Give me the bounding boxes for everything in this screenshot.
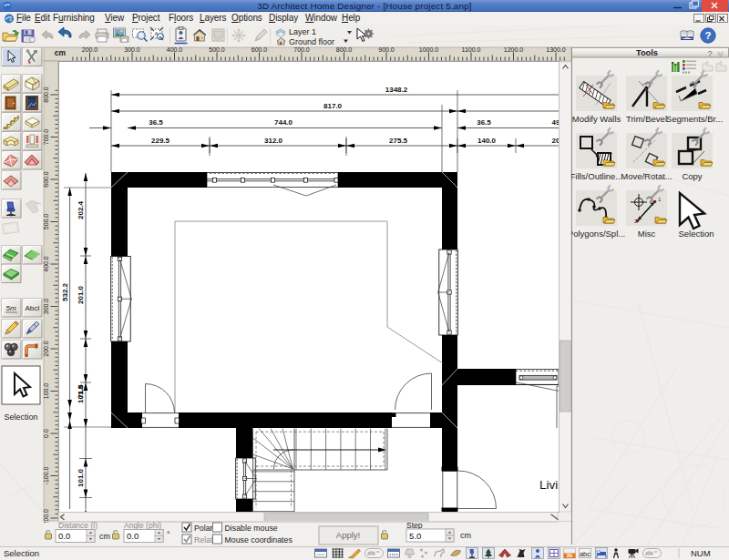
svg-text:Step: Step — [406, 521, 423, 530]
svg-text:0.0: 0.0 — [127, 531, 139, 541]
svg-text:AbcI: AbcI — [25, 304, 39, 312]
svg-text:Distance (l): Distance (l) — [58, 521, 98, 530]
svg-text:Angle (phi): Angle (phi) — [124, 521, 161, 530]
svg-text:°: ° — [167, 530, 170, 539]
svg-text:Disable mouse: Disable mouse — [225, 524, 278, 533]
svg-text:Misc: Misc — [638, 229, 656, 239]
svg-text:0.0: 0.0 — [58, 531, 70, 541]
svg-text:140.0: 140.0 — [477, 137, 497, 145]
svg-text:NUM: NUM — [691, 548, 711, 558]
svg-text:Selection: Selection — [4, 548, 39, 558]
svg-text:201.0: 201.0 — [77, 285, 85, 304]
svg-text:Move/Rotat...: Move/Rotat... — [621, 171, 673, 181]
svg-text:Segments/Br...: Segments/Br... — [666, 114, 723, 124]
svg-text:744.0: 744.0 — [274, 118, 293, 127]
svg-text:Copy: Copy — [682, 171, 702, 181]
svg-text:Selection: Selection — [678, 229, 714, 239]
svg-text:101.8: 101.8 — [77, 384, 85, 403]
svg-text:Layer 1: Layer 1 — [289, 27, 316, 36]
svg-text:5.0: 5.0 — [409, 531, 421, 541]
svg-text:202.4: 202.4 — [77, 200, 85, 219]
svg-text:5m: 5m — [5, 304, 15, 312]
svg-text:3b: 3b — [566, 553, 572, 558]
svg-text:cm: cm — [460, 531, 471, 540]
svg-text:36.5: 36.5 — [149, 118, 163, 127]
svg-text:Trim/Bevel: Trim/Bevel — [626, 114, 667, 124]
svg-text:101.0: 101.0 — [77, 468, 85, 487]
svg-text:?: ? — [707, 49, 712, 58]
svg-text:817.0: 817.0 — [323, 102, 343, 110]
svg-text:Polygons/Spl...: Polygons/Spl... — [571, 229, 625, 239]
svg-text:532.2: 532.2 — [61, 282, 69, 301]
svg-text:Tools: Tools — [636, 48, 658, 57]
svg-text:cm: cm — [55, 48, 67, 57]
svg-text:cm: cm — [99, 532, 110, 541]
svg-text:36.5: 36.5 — [477, 118, 491, 127]
svg-text:Apply!: Apply! — [336, 530, 360, 540]
svg-text:Modify Walls: Modify Walls — [572, 114, 621, 124]
svg-text:?: ? — [704, 30, 711, 41]
svg-text:275.5: 275.5 — [389, 137, 408, 145]
svg-text:229.5: 229.5 — [151, 137, 170, 145]
svg-text:Ground floor: Ground floor — [289, 37, 334, 46]
svg-text:312.0: 312.0 — [264, 137, 283, 145]
svg-text:Polar: Polar — [194, 524, 213, 533]
svg-text:Mouse coordinates: Mouse coordinates — [225, 535, 293, 545]
svg-text:Selection: Selection — [4, 412, 37, 422]
svg-text:1348.2: 1348.2 — [385, 86, 408, 94]
svg-text:Fills/Outline...: Fills/Outline... — [571, 171, 622, 181]
svg-text:abc: abc — [580, 550, 590, 558]
